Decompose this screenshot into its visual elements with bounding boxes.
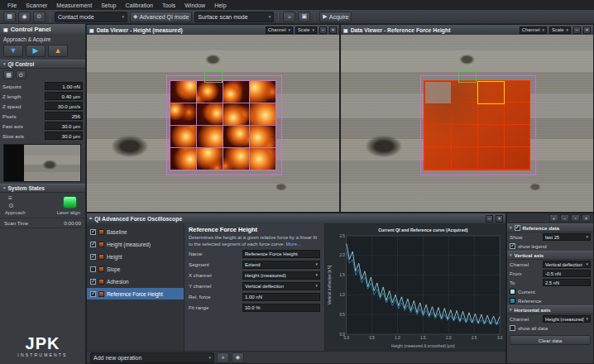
range-from-input[interactable]: -0.5 nN <box>543 270 591 277</box>
scale-select[interactable]: Scale ▾ <box>549 26 571 34</box>
motor-stage-icons: ≡ ⊙ <box>8 195 14 209</box>
y-channel-select[interactable]: Vertical deflection ▾ <box>242 282 320 290</box>
slow-axis-input[interactable]: 30.0 µm <box>45 132 83 140</box>
target-button[interactable]: ⊙ <box>33 12 46 22</box>
viewer-canvas[interactable] <box>87 35 339 212</box>
menu-item-file[interactable]: File <box>3 2 21 9</box>
setpoint-input[interactable]: 1.00 nN <box>45 82 83 90</box>
qi-parameter-fields: Setpoint 1.00 nN Z length 0.40 µm Z spee… <box>0 81 85 141</box>
fit-range-input[interactable]: 10.0 % <box>242 304 320 312</box>
menu-item-scanner[interactable]: Scanner <box>22 2 51 9</box>
range-to-input[interactable]: 2.5 nN <box>543 279 591 286</box>
fit-view-button[interactable]: ▫ <box>571 214 580 222</box>
checkbox-icon[interactable] <box>90 242 96 247</box>
clear-data-button[interactable]: Clear data <box>510 335 591 345</box>
close-button[interactable]: × <box>496 215 503 223</box>
add-operation-button[interactable]: + <box>217 352 229 363</box>
region-target-button[interactable]: ⊙ <box>16 70 26 79</box>
close-panel-button[interactable]: × <box>582 214 591 222</box>
panel-title-bar[interactable]: ≈ QI Advanced Force Oscilloscope – × <box>87 213 505 223</box>
z-speed-input[interactable]: 30.0 µm/s <box>45 102 83 110</box>
more-link[interactable]: More... <box>286 242 301 247</box>
toolbar-separator <box>50 12 50 22</box>
qi-height-tile-grid[interactable] <box>170 80 276 170</box>
menu-item-window[interactable]: Window <box>180 2 209 9</box>
viewer-canvas[interactable] <box>341 35 593 212</box>
viewer-title-bar[interactable]: ▣ Data Viewer - Height (measured) Channe… <box>87 25 339 35</box>
menu-item-measurement[interactable]: Measurement <box>52 2 96 9</box>
acquire-button[interactable]: ▶ Acquire <box>319 12 352 22</box>
monitor-tool-button[interactable]: ▣ <box>298 12 310 22</box>
system-states-section-header[interactable]: ▾ System States <box>0 184 85 193</box>
chart-tool-button[interactable]: ≈ <box>283 12 295 22</box>
vertical-axis-section-header[interactable]: ▾ Vertical axis <box>507 251 593 260</box>
reference-curve-color-swatch[interactable] <box>510 298 515 304</box>
scale-select[interactable]: Scale ▾ <box>295 26 317 34</box>
optical-camera-thumbnail[interactable] <box>3 144 81 182</box>
approach-button[interactable]: ▼ <box>3 45 23 57</box>
operation-item-slope[interactable]: Slope <box>87 263 184 275</box>
advanced-qi-mode-button[interactable]: ◈ Advanced QI mode <box>130 12 192 22</box>
operation-item-reference-force-height[interactable]: Reference Force Height <box>87 288 184 299</box>
zoom-in-button[interactable]: + <box>549 214 558 222</box>
vertical-channel-select[interactable]: Vertical deflection ▾ <box>543 261 591 268</box>
channel-select[interactable]: Channel ▾ <box>266 26 293 34</box>
new-experiment-button[interactable]: ▦ <box>3 12 16 22</box>
operation-item-height-measured[interactable]: Height (measured) <box>87 238 184 250</box>
cantilever-position-marker[interactable] <box>204 70 223 83</box>
horizontal-channel-select[interactable]: Height (measured) ▾ <box>543 315 591 323</box>
qi-control-section-header[interactable]: ▾ QI Control <box>0 60 85 69</box>
reference-data-section-header[interactable]: ▾ Reference data <box>507 223 593 232</box>
checkbox-icon[interactable] <box>510 243 515 249</box>
reference-force-height-map[interactable] <box>424 80 530 170</box>
menu-item-setup[interactable]: Setup <box>97 2 120 9</box>
operation-item-adhesion[interactable]: Adhesion <box>87 275 184 287</box>
channel-select[interactable]: Channel ▾ <box>520 26 547 34</box>
minimize-button[interactable]: – <box>486 215 493 223</box>
z-length-input[interactable]: 0.40 µm <box>45 92 83 100</box>
svg-text:Vertical deflection [nN]: Vertical deflection [nN] <box>328 266 332 305</box>
menu-item-tools[interactable]: Tools <box>158 2 180 9</box>
system-ok-status-indicator[interactable] <box>63 196 77 208</box>
operation-item-height[interactable]: Height <box>87 251 184 262</box>
menu-item-help[interactable]: Help <box>210 2 230 9</box>
name-input[interactable]: Reference Force Height <box>242 250 320 258</box>
run-measurement-button[interactable]: ▶ <box>26 45 46 57</box>
play-icon: ▶ <box>323 13 327 20</box>
minimize-button[interactable]: – <box>573 26 581 34</box>
grid-settings-button[interactable]: ▦ <box>3 70 14 79</box>
checkbox-icon[interactable] <box>90 254 96 260</box>
checkbox-icon[interactable] <box>90 291 96 297</box>
fast-axis-input[interactable]: 30.0 µm <box>45 122 83 130</box>
camera-view-button[interactable]: ◉ <box>18 12 31 22</box>
checkbox-icon[interactable] <box>90 279 96 285</box>
menu-item-calibration[interactable]: Calibration <box>121 2 156 9</box>
viewer-title-bar[interactable]: ▣ Data Viewer - Reference Force Height C… <box>341 25 593 35</box>
imaging-mode-select[interactable]: Contact mode ▾ <box>55 12 127 22</box>
close-button[interactable]: × <box>583 26 591 34</box>
x-channel-select[interactable]: Height (measured) ▾ <box>242 271 320 280</box>
channel-icon <box>98 279 104 285</box>
add-operation-select[interactable]: Add new operation ▾ <box>90 352 214 363</box>
checkbox-icon[interactable] <box>90 266 96 272</box>
selected-tile-outline[interactable] <box>477 81 505 104</box>
pixels-input[interactable]: 256 <box>45 112 83 120</box>
current-curve-color-swatch[interactable] <box>510 289 515 295</box>
retract-button[interactable]: ▲ <box>48 45 68 57</box>
scan-mode-select[interactable]: Surface scan mode ▾ <box>194 12 274 22</box>
operation-item-baseline[interactable]: Baseline <box>87 226 184 237</box>
checkbox-icon[interactable] <box>90 229 96 235</box>
zoom-out-button[interactable]: − <box>560 214 569 222</box>
show-count-select[interactable]: last 25 ▾ <box>543 233 591 241</box>
data-viewer-reference-force-height: ▣ Data Viewer - Reference Force Height C… <box>340 24 594 213</box>
checkbox-icon[interactable] <box>510 325 515 331</box>
checkbox-icon[interactable] <box>515 225 520 231</box>
close-button[interactable]: × <box>329 26 337 34</box>
minimize-button[interactable]: – <box>319 26 327 34</box>
relative-force-input[interactable]: 1.00 nN <box>242 293 320 301</box>
horizontal-axis-section-header[interactable]: ▾ Horizontal axis <box>507 305 593 314</box>
qi-tile-thermal <box>223 126 249 147</box>
operation-settings-button[interactable]: ◈ <box>232 352 244 363</box>
cantilever-position-marker[interactable] <box>458 70 477 83</box>
segment-select[interactable]: Extend ▾ <box>242 261 320 269</box>
